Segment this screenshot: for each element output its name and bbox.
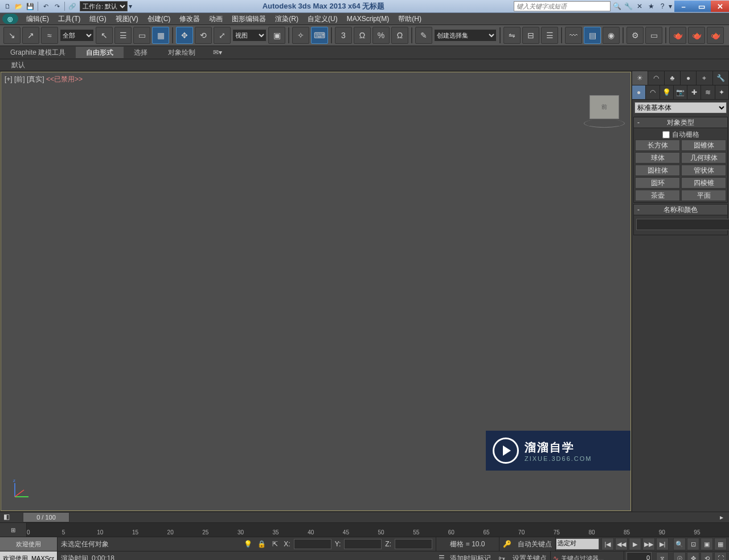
menu-help[interactable]: 帮助(H) — [394, 13, 426, 24]
pan-icon[interactable]: ✥ — [687, 552, 699, 560]
select-by-name-icon[interactable]: ☰ — [114, 27, 132, 44]
named-selection-sets[interactable]: 创建选择集 — [434, 29, 497, 42]
qat-open-icon[interactable]: 📂 — [14, 1, 24, 11]
keymode-select[interactable]: 选定对 — [556, 538, 599, 550]
workspace-select[interactable]: 工作台: 默认 — [80, 1, 128, 11]
select-object-icon[interactable]: ↖ — [96, 27, 113, 44]
viewport[interactable]: [+] [前] [真实] <<已禁用>> 前 z 溜溜自学 ZIXUE.3D66… — [1, 72, 631, 511]
pivot-center-icon[interactable]: ▣ — [268, 27, 285, 44]
orbit-icon[interactable]: ⟲ — [701, 552, 713, 560]
z-input[interactable] — [395, 539, 432, 549]
keyboard-shortcut-icon[interactable]: ⌨ — [311, 27, 328, 44]
render-setup-icon[interactable]: ⚙ — [626, 27, 644, 44]
prim-torus[interactable]: 圆环 — [635, 177, 680, 189]
menu-modifiers[interactable]: 修改器 — [175, 13, 204, 24]
lights-subtab-icon[interactable]: 💡 — [660, 85, 674, 99]
time-slider[interactable]: 0 / 100 — [23, 512, 69, 522]
autogrid-checkbox[interactable] — [662, 131, 670, 138]
track-bar[interactable]: ⊞ 05101520253035404550556065707580859095 — [0, 522, 729, 537]
star-icon[interactable]: ★ — [646, 1, 656, 11]
animate-key-icon[interactable]: 🔑 — [499, 540, 514, 548]
render-last-icon[interactable]: 🫖 — [707, 27, 724, 44]
add-time-tag[interactable]: 添加时间标记 — [450, 554, 491, 561]
play-icon[interactable]: ▶ — [629, 538, 641, 550]
search-icon[interactable]: 🔍 — [612, 1, 622, 11]
menu-create[interactable]: 创建(C) — [143, 13, 175, 24]
prim-pyramid[interactable]: 四棱锥 — [681, 177, 726, 189]
zoom-extents-all-icon[interactable]: ▦ — [714, 538, 727, 550]
unlink-icon[interactable]: ↗ — [22, 27, 39, 44]
angle-snap-icon[interactable]: Ω — [354, 27, 371, 44]
prim-teapot[interactable]: 茶壶 — [635, 190, 680, 201]
ref-coord-system[interactable]: 视图 — [232, 29, 267, 42]
viewport-label[interactable]: [+] [前] [真实] <<已禁用>> — [5, 75, 83, 84]
qat-save-icon[interactable]: 💾 — [25, 1, 35, 11]
close-button[interactable]: ✕ — [711, 1, 729, 12]
rendered-frame-icon[interactable]: ▭ — [645, 27, 662, 44]
cameras-subtab-icon[interactable]: 📷 — [674, 85, 687, 99]
goto-end-icon[interactable]: ▶| — [656, 538, 669, 550]
setkey-large-icon[interactable]: 🗝 — [494, 554, 509, 560]
ribbon-tab-objectpaint[interactable]: 对象绘制 — [158, 47, 206, 58]
wrench-icon[interactable]: 🔧 — [623, 1, 633, 11]
shapes-subtab-icon[interactable]: ◠ — [646, 85, 660, 99]
scale-icon[interactable]: ⤢ — [214, 27, 231, 44]
prim-cone[interactable]: 圆锥体 — [681, 140, 726, 151]
prev-frame-icon[interactable]: ◀◀ — [615, 538, 628, 550]
percent-snap-icon[interactable]: % — [372, 27, 390, 44]
geometry-category-select[interactable]: 标准基本体 — [634, 102, 727, 113]
qat-undo-icon[interactable]: ↶ — [40, 1, 51, 11]
ribbon-tab-freeform[interactable]: 自由形式 — [76, 47, 124, 58]
utilities-tab-icon[interactable]: 🔧 — [713, 71, 729, 85]
setkey-button[interactable]: 设置关键点 — [509, 551, 551, 560]
prim-sphere[interactable]: 球体 — [635, 152, 680, 163]
manipulate-icon[interactable]: ✧ — [292, 27, 309, 44]
move-icon[interactable]: ✥ — [176, 27, 193, 44]
y-input[interactable] — [344, 539, 382, 549]
select-region-rect-icon[interactable]: ▭ — [133, 27, 150, 44]
curve-editor-icon[interactable]: 〰 — [565, 27, 582, 44]
ribbon-panel-default[interactable]: 默认 — [6, 60, 31, 70]
prim-cylinder[interactable]: 圆柱体 — [635, 165, 680, 176]
object-name-input[interactable] — [636, 219, 729, 230]
bind-spacewarp-icon[interactable]: ≈ — [41, 27, 58, 44]
render-iterative-icon[interactable]: 🫖 — [688, 27, 705, 44]
ribbon-mail-icon[interactable]: ✉▾ — [210, 48, 225, 56]
display-tab-icon[interactable]: ⌖ — [697, 71, 712, 85]
helpers-subtab-icon[interactable]: ✚ — [687, 85, 701, 99]
timetag-icon[interactable]: ☰ — [436, 553, 447, 560]
menu-views[interactable]: 视图(V) — [111, 13, 143, 24]
prim-box[interactable]: 长方体 — [635, 140, 680, 151]
key-filters[interactable]: ∿关键点过滤器... — [551, 551, 624, 560]
mirror-icon[interactable]: ⇋ — [503, 27, 521, 44]
ribbon-tab-graphite[interactable]: Graphite 建模工具 — [0, 47, 76, 58]
render-production-icon[interactable]: 🫖 — [669, 27, 686, 44]
edit-named-sel-icon[interactable]: ✎ — [415, 27, 432, 44]
mini-curve-icon[interactable]: ⊞ — [11, 527, 15, 533]
bulb-icon[interactable]: 💡 — [243, 539, 253, 549]
fov-icon[interactable]: ⦾ — [673, 552, 686, 560]
lock-icon[interactable]: 🔒 — [256, 539, 267, 549]
rollout-name-color-header[interactable]: - 名称和颜色 — [633, 204, 728, 215]
zoom-extents-icon[interactable]: ▣ — [701, 538, 713, 550]
hierarchy-tab-icon[interactable]: ♣ — [665, 71, 681, 85]
layers-icon[interactable]: ☰ — [541, 27, 558, 44]
motion-tab-icon[interactable]: ● — [681, 71, 697, 85]
rotate-icon[interactable]: ⟲ — [195, 27, 212, 44]
current-frame-spinner[interactable] — [626, 552, 655, 560]
menu-animation[interactable]: 动画 — [204, 13, 227, 24]
menu-grapheditors[interactable]: 图形编辑器 — [227, 13, 271, 24]
maximize-viewport-icon[interactable]: ⛶ — [714, 552, 727, 560]
tag-icon[interactable]: ⇱ — [270, 539, 280, 549]
material-editor-icon[interactable]: ◉ — [603, 27, 620, 44]
ribbon-tab-selection[interactable]: 选择 — [124, 47, 158, 58]
search-input[interactable] — [514, 1, 611, 11]
exchange-icon[interactable]: ✕ — [634, 1, 645, 11]
prim-tube[interactable]: 管状体 — [681, 165, 726, 176]
zoom-all-icon[interactable]: ⊡ — [687, 538, 699, 550]
prim-plane[interactable]: 平面 — [681, 190, 726, 201]
selection-filter[interactable]: 全部 — [60, 29, 94, 42]
workspace-switcher[interactable]: 工作台: 默认 ▾ — [80, 1, 133, 11]
listener-tab[interactable]: 欢迎使用 — [0, 537, 58, 551]
geometry-subtab-icon[interactable]: ● — [632, 85, 646, 99]
